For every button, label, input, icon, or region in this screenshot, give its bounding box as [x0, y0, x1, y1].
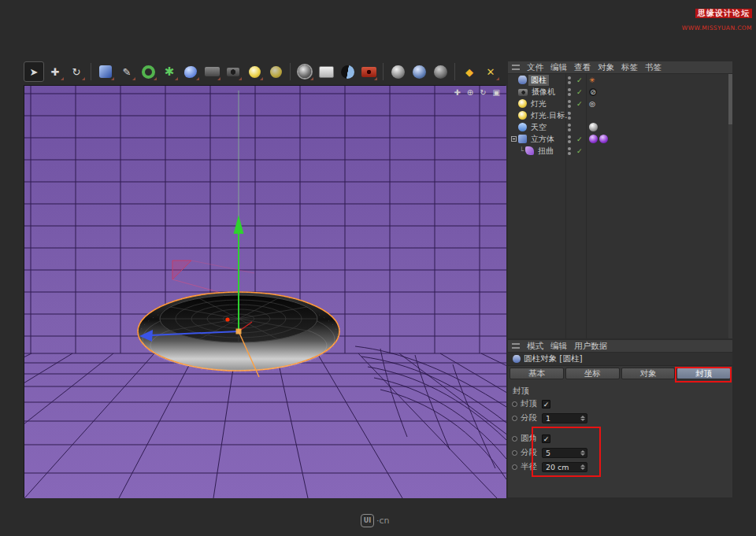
fillet-checkbox[interactable]: ✓	[542, 434, 550, 443]
object-name[interactable]: 扭曲	[536, 146, 556, 157]
menu-edit[interactable]: 编辑	[550, 341, 567, 352]
keyframe-dot[interactable]	[512, 450, 517, 456]
enable-check[interactable]: ✓	[576, 88, 583, 96]
film-camera-icon[interactable]	[202, 61, 222, 82]
axis-lock-icon[interactable]: ✕	[480, 61, 501, 82]
rotate-view-icon[interactable]: ↻	[480, 88, 486, 97]
caps-checkbox[interactable]: ✓	[542, 400, 550, 408]
material-thumbnail[interactable]	[599, 135, 608, 143]
menu-edit[interactable]: 编辑	[550, 62, 567, 73]
material-thumbnail[interactable]	[589, 135, 598, 143]
visibility-dots[interactable]	[568, 88, 571, 96]
tab-object[interactable]: 对象	[621, 368, 676, 379]
tab-basic[interactable]: 基本	[510, 368, 564, 379]
shading-sphere-1-icon[interactable]	[387, 61, 408, 82]
deformer-icon[interactable]	[180, 61, 201, 82]
scrollbar[interactable]	[728, 74, 732, 338]
keyframe-dot[interactable]	[512, 436, 517, 442]
object-row-sky[interactable]: 天空	[508, 121, 732, 133]
stepper[interactable]	[580, 450, 585, 456]
pan-icon[interactable]: ✚	[454, 88, 460, 97]
cap-segments-input[interactable]: 1	[542, 413, 587, 423]
scrollbar-thumb[interactable]	[728, 74, 732, 124]
light-icon[interactable]	[244, 61, 265, 82]
rotate-tool-icon[interactable]: ↻	[66, 61, 87, 82]
target-tag-icon[interactable]: ◎	[589, 100, 595, 108]
object-row-cube[interactable]: 立方体 ✓	[508, 133, 732, 145]
subdivision-surface-icon[interactable]	[138, 61, 158, 82]
cube-primitive-icon[interactable]	[95, 61, 116, 82]
enable-check[interactable]: ✓	[576, 147, 583, 155]
visibility-dots[interactable]	[568, 135, 571, 143]
object-row-camera[interactable]: 摄像机 ✓ ⊘	[508, 86, 732, 98]
render-settings-icon[interactable]	[316, 61, 336, 82]
param-label: 分段	[521, 412, 537, 423]
zoom-icon[interactable]: ⊕	[467, 88, 473, 97]
param-label: 封顶	[521, 398, 537, 409]
menu-mode[interactable]: 模式	[527, 341, 543, 352]
material-thumbnail[interactable]	[589, 123, 598, 131]
menu-file[interactable]: 文件	[527, 62, 543, 73]
object-row-twist[interactable]: └ 扭曲 ✓	[508, 145, 732, 157]
menu-object[interactable]: 对象	[598, 62, 614, 73]
stepper[interactable]	[580, 416, 585, 421]
enable-check[interactable]: ✓	[576, 100, 583, 108]
watermark-title: 思缘设计论坛	[695, 9, 752, 18]
keyframe-dot[interactable]	[512, 401, 517, 407]
visibility-dots[interactable]	[568, 124, 571, 131]
object-name[interactable]: 天空	[528, 122, 549, 133]
selection-tool-icon[interactable]: ➤	[24, 61, 44, 82]
render-camera-icon[interactable]	[358, 61, 379, 82]
stepper[interactable]	[580, 464, 585, 470]
tab-coordinates[interactable]: 坐标	[565, 368, 620, 379]
menu-tag[interactable]: 标签	[621, 62, 638, 73]
enable-check[interactable]: ✓	[576, 76, 583, 84]
shading-sphere-2-icon[interactable]	[409, 61, 429, 82]
phong-tag-icon[interactable]: ✳	[589, 76, 595, 84]
fillet-segments-input[interactable]: 5	[542, 448, 587, 458]
snap-icon[interactable]: ◆	[459, 61, 480, 82]
visibility-dots[interactable]	[568, 76, 571, 84]
toolbar-separator	[290, 63, 291, 80]
protection-tag-icon[interactable]: ⊘	[589, 88, 597, 96]
param-label: 分段	[521, 447, 537, 458]
menu-view[interactable]: 查看	[574, 62, 591, 73]
shading-sphere-3-icon[interactable]	[430, 61, 450, 82]
object-row-light[interactable]: 灯光 ✓ ◎	[508, 98, 732, 109]
attribute-menubar: 模式 编辑 用户数据	[508, 340, 732, 353]
object-name[interactable]: 圆柱	[528, 75, 549, 86]
menu-bookmark[interactable]: 书签	[645, 62, 662, 73]
attribute-title: 圆柱对象 [圆柱]	[524, 353, 583, 364]
keyframe-dot[interactable]	[512, 416, 517, 421]
perspective-viewport[interactable]: ✚ ⊕ ↻ ▣	[24, 85, 506, 497]
generator-icon[interactable]: ✱	[159, 61, 180, 82]
move-tool-icon[interactable]: ✚	[45, 61, 65, 82]
visibility-dots[interactable]	[568, 112, 571, 120]
object-name[interactable]: 灯光.目标.1	[528, 110, 569, 121]
tab-caps[interactable]: 封顶	[676, 368, 731, 379]
viewport-canvas[interactable]	[24, 86, 506, 498]
panel-menu-icon[interactable]	[512, 65, 520, 70]
panel-menu-icon[interactable]	[512, 343, 520, 349]
light-2-icon[interactable]	[265, 61, 286, 82]
enable-check[interactable]: ✓	[576, 135, 583, 143]
camera-icon[interactable]	[223, 61, 243, 82]
render-picture-viewer-icon[interactable]	[337, 61, 358, 82]
toggle-view-icon[interactable]: ▣	[493, 88, 500, 97]
visibility-dots[interactable]	[568, 100, 571, 108]
render-view-icon[interactable]	[295, 61, 315, 82]
object-row-cylinder[interactable]: 圆柱 ✓ ✳	[508, 74, 732, 86]
object-row-light-target[interactable]: 灯光.目标.1	[508, 109, 732, 121]
param-row-radius: 半径 20 cm	[508, 460, 732, 474]
object-name[interactable]: 立方体	[528, 134, 557, 145]
object-name[interactable]: 摄像机	[529, 87, 558, 98]
radius-input[interactable]: 20 cm	[542, 462, 587, 472]
object-name[interactable]: 灯光	[528, 98, 549, 109]
expand-toggle-icon[interactable]	[511, 136, 517, 142]
visibility-dots[interactable]	[568, 147, 571, 155]
main-toolbar: ➤ ✚ ↻ ✎ ✱ ◆ ✕ ➘	[24, 60, 507, 83]
keyframe-dot[interactable]	[512, 464, 517, 470]
cinema4d-window: 思缘设计论坛 WWW.MISSYUAN.COM ➤ ✚ ↻ ✎ ✱ ◆ ✕ ➘	[0, 0, 756, 536]
menu-user-data[interactable]: 用户数据	[574, 341, 607, 352]
pen-tool-icon[interactable]: ✎	[117, 61, 137, 82]
